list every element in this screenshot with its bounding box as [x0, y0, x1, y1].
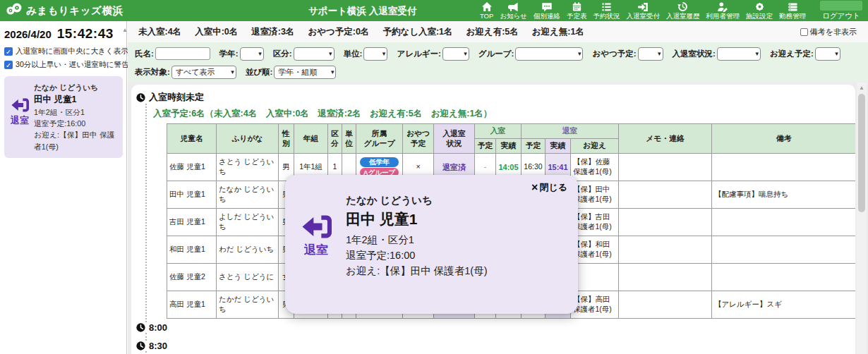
- notification-name: 田中 児童1: [34, 93, 119, 106]
- popup-student-name: 田中 児童1: [346, 209, 487, 229]
- notification-text: たなか じどういち 田中 児童1 1年2組・区分1 退室予定:16:00 お迎え…: [34, 82, 119, 152]
- popup-pickup: お迎え:【保】田中 保護者1(母): [346, 264, 487, 279]
- option-label: 入退室時に画面中央に大きく表示: [16, 47, 128, 56]
- filter-select-grade[interactable]: ▾: [240, 47, 264, 61]
- sidebar-option-1[interactable]: ✓30分以上早い・遅い退室時に警告: [4, 60, 123, 70]
- cell-name: 吉田 児童1: [167, 209, 217, 236]
- datetime: 2026/4/20 15:42:43: [4, 26, 123, 42]
- sidebar-scroll-up-arrow[interactable]: ▲: [122, 27, 128, 33]
- nav-item-checkin[interactable]: 入退室受付: [627, 1, 661, 20]
- notification-class: 1年2組・区分1: [34, 106, 119, 118]
- gear-icon: [754, 1, 765, 12]
- checkbox-unchecked-icon: [800, 28, 808, 36]
- chevron-down-icon: ▾: [258, 50, 262, 57]
- filter-select-pickup[interactable]: ▾: [815, 47, 840, 61]
- filter-select-allergy[interactable]: ▾: [442, 47, 469, 61]
- nav-item-label: 予定表: [567, 13, 587, 20]
- sidebar-option-0[interactable]: ✓入退室時に画面中央に大きく表示: [4, 47, 123, 56]
- notification-pickup: お迎え:【保】田中 保護者1(母): [34, 129, 119, 152]
- filter-row-1: 氏名:学年:▾区分:▾単位:▾アレルギー:▾グループ:▾おやつ予定:▾入退室状況…: [135, 44, 868, 63]
- scrollbar-thumb[interactable]: [858, 94, 865, 212]
- logo-text: みまもりキッズ横浜: [26, 4, 123, 18]
- filter-select-unit[interactable]: ▾: [363, 47, 387, 61]
- filter-label-name: 氏名:: [135, 49, 154, 59]
- cell-note: 【配慮事項】喘息持ち: [712, 181, 855, 209]
- filter-label-snack: おやつ予定:: [592, 49, 636, 59]
- filter-label-pickup: お迎え予定:: [770, 49, 814, 59]
- notification-furigana: たなか じどういち: [34, 82, 119, 93]
- list-icon: [601, 1, 612, 12]
- section-header-0830: 8:30: [136, 341, 855, 351]
- cell-memo: [619, 154, 712, 181]
- nav-item-users[interactable]: 利用者管理: [706, 1, 740, 20]
- app-logo[interactable]: みまもりキッズ横浜: [6, 1, 123, 20]
- nav-item-work[interactable]: 勤務管理: [779, 1, 806, 20]
- stats-items: 未入室:4名入室中:0名退室済:3名おやつ予定:0名予約なし入室:1名お迎え有:…: [138, 26, 598, 38]
- nav-item-reserve[interactable]: 予約状況: [593, 1, 620, 20]
- logout-button[interactable]: ログアウト: [820, 0, 862, 21]
- hide-note-checkbox[interactable]: 備考を非表示: [800, 27, 857, 37]
- cell-furigana: よしだ じどういち: [217, 209, 279, 236]
- section-summary: 入室予定:6名（未入室:4名 入室中:0名 退室済:2名 お迎え有:5名 お迎え…: [153, 108, 855, 120]
- stat-item: お迎え無:1名: [532, 26, 584, 38]
- comment-icon: [541, 1, 553, 12]
- home-icon: [481, 1, 493, 12]
- nav-item-schedule[interactable]: 予定表: [567, 1, 587, 20]
- cell-furigana: わだ じどういち: [217, 236, 279, 264]
- stat-item: おやつ予定:0名: [308, 26, 369, 38]
- scroll-up-arrow[interactable]: ▲: [857, 83, 867, 91]
- filter-bar: 氏名:学年:▾区分:▾単位:▾アレルギー:▾グループ:▾おやつ予定:▾入退室状況…: [128, 42, 868, 85]
- cell-note: [712, 236, 855, 264]
- filter-select-category[interactable]: ▾: [294, 47, 334, 61]
- chevron-down-icon: ▾: [464, 50, 467, 57]
- current-time: 15:42:43: [57, 26, 114, 42]
- chevron-down-icon: ▾: [382, 50, 386, 57]
- filter-row-2: 表示対象: すべて表示 ▾ 並び順: 学年・組順 ▾: [135, 63, 868, 81]
- section-header-undecided: 入室時刻未定: [136, 91, 855, 104]
- clock-icon: [136, 323, 145, 332]
- clock-icon: [136, 341, 145, 350]
- cell-memo: [619, 181, 712, 209]
- stats-bar: 未入室:4名入室中:0名退室済:3名おやつ予定:0名予約なし入室:1名お迎え有:…: [128, 21, 868, 42]
- display-target-select[interactable]: すべて表示 ▾: [171, 66, 236, 79]
- nav-item-news[interactable]: お知らせ: [500, 1, 527, 20]
- exit-popup: × 閉じる 退室 たなか じどういち 田中 児童1 1年2組・区分1 退室予定:…: [285, 175, 578, 314]
- nav-item-contact[interactable]: 個別連絡: [534, 1, 560, 20]
- stat-item: 入室中:0名: [195, 26, 238, 38]
- nav-item-top[interactable]: TOP: [480, 1, 493, 20]
- popup-close-button[interactable]: × 閉じる: [531, 181, 567, 194]
- logout-icon: [820, 1, 862, 11]
- nav-item-label: 予約状況: [593, 13, 620, 20]
- chevron-down-icon: ▾: [755, 50, 759, 57]
- nav-item-label: TOP: [480, 13, 493, 20]
- cell-memo: [619, 264, 712, 291]
- filter-select-status[interactable]: ▾: [717, 47, 761, 61]
- cell-memo: [619, 236, 712, 264]
- nav-item-label: 入退室受付: [627, 13, 661, 20]
- chevron-down-icon: ▾: [835, 50, 838, 57]
- user-edit-icon: [717, 1, 728, 12]
- enter-icon: [637, 1, 649, 12]
- filter-label-group: グループ:: [478, 49, 514, 59]
- chevron-down-icon: ▾: [578, 50, 581, 57]
- cell-furigana: たなか じどういち: [217, 181, 279, 209]
- cell-note: [712, 209, 855, 236]
- chevron-down-icon: ▾: [231, 68, 234, 75]
- chevron-down-icon: ▾: [329, 50, 332, 57]
- filter-input-name[interactable]: [155, 47, 210, 60]
- popup-furigana: たなか じどういち: [346, 194, 487, 207]
- current-date: 2026/4/20: [4, 28, 52, 40]
- nav-item-history[interactable]: 入退室履歴: [666, 1, 700, 20]
- stat-item: 退室済:3名: [251, 26, 294, 38]
- nav-item-facility[interactable]: 施設設定: [746, 1, 773, 20]
- filter-select-snack[interactable]: ▾: [638, 47, 663, 61]
- display-target-label: 表示対象:: [135, 67, 170, 78]
- filter-select-group[interactable]: ▾: [515, 47, 583, 61]
- stat-item: 未入室:4名: [138, 26, 181, 38]
- page-title: サポート横浜 入退室受付: [308, 5, 416, 18]
- exit-notification-card: 退室 たなか じどういち 田中 児童1 1年2組・区分1 退室予定:16:00 …: [4, 76, 123, 158]
- checkbox-checked-icon: ✓: [4, 61, 13, 69]
- sort-order-select[interactable]: 学年・組順 ▾: [274, 66, 336, 79]
- vertical-scrollbar[interactable]: ▲: [857, 83, 867, 354]
- stat-item: 予約なし入室:1名: [382, 26, 452, 38]
